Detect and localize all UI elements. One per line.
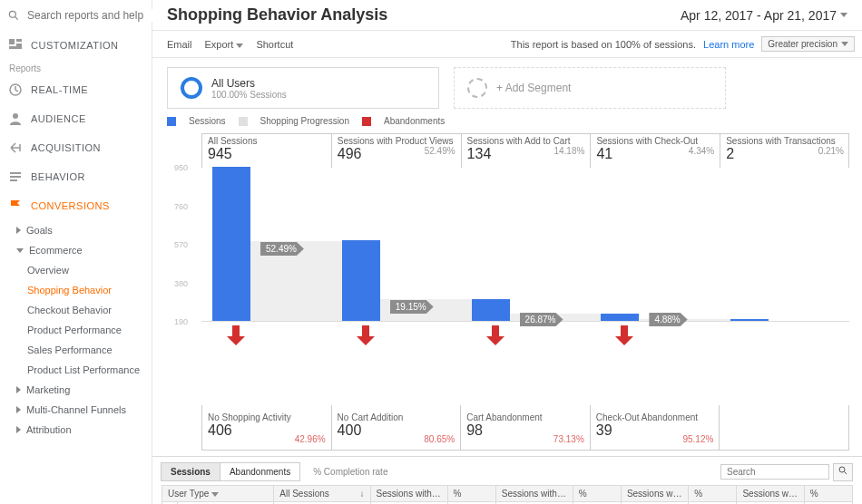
svg-rect-4 — [16, 44, 22, 46]
y-tick: 190 — [174, 317, 188, 326]
nav-product-performance[interactable]: Product Performance — [27, 320, 152, 340]
reports-label: Reports — [0, 60, 152, 75]
chevron-down-icon — [840, 13, 847, 17]
precision-button[interactable]: Greater precision — [761, 36, 855, 52]
date-range-text: Apr 12, 2017 - Apr 21, 2017 — [681, 8, 837, 23]
step-header: Sessions with Check-Out 41 4.34% — [590, 133, 720, 168]
th-product-views[interactable]: Sessions with Product Views — [370, 486, 447, 502]
th-checkout[interactable]: Sessions with Check-Out — [621, 486, 688, 502]
th-transactions[interactable]: Sessions with Transactions — [737, 486, 804, 502]
chevron-down-icon — [236, 44, 243, 48]
svg-rect-3 — [16, 39, 22, 42]
svg-rect-10 — [10, 179, 17, 181]
drop-pct: 80.65% — [424, 434, 455, 444]
drop-cell: Check-Out Abandonment 39 95.12% — [590, 405, 720, 451]
nav-acquisition[interactable]: ACQUISITION — [0, 133, 152, 162]
segment-title: All Users — [211, 77, 287, 90]
step-pct: 52.49% — [425, 146, 455, 156]
nav-behavior[interactable]: BEHAVIOR — [0, 162, 152, 191]
export-label: Export — [205, 39, 234, 50]
step-pct: 14.18% — [553, 146, 584, 156]
svg-point-7 — [13, 113, 18, 119]
add-segment[interactable]: + Add Segment — [454, 67, 726, 109]
nav-marketing[interactable]: Marketing — [0, 380, 152, 400]
nav-realtime[interactable]: REAL-TIME — [0, 75, 152, 104]
donut-icon — [181, 77, 202, 99]
svg-rect-14 — [621, 325, 628, 336]
drop-cell: No Cart Addition 400 80.65% — [331, 405, 461, 451]
legend-swatch-sessions — [167, 117, 176, 126]
arrow-down-icon — [357, 325, 375, 348]
step-label: Sessions with Add to Cart — [467, 136, 585, 146]
learn-more-link[interactable]: Learn more — [703, 39, 754, 50]
th-pct2[interactable]: % — [573, 486, 621, 502]
nav-label: REAL-TIME — [31, 84, 88, 95]
nav-conversions[interactable]: CONVERSIONS — [0, 191, 152, 220]
nav-checkout-behavior[interactable]: Checkout Behavior — [27, 300, 152, 320]
svg-point-15 — [839, 467, 845, 472]
sub-label: Attribution — [26, 424, 72, 435]
th-all-sessions[interactable]: All Sessions ↓ — [274, 486, 370, 502]
svg-rect-11 — [232, 325, 240, 336]
bar[interactable] — [342, 240, 380, 321]
th-pct1[interactable]: % — [447, 486, 495, 502]
svg-rect-2 — [9, 39, 15, 44]
funnel-step: Sessions with Transactions 2 0.21% — [720, 133, 849, 405]
tab-abandonments[interactable]: Abandonments — [220, 462, 300, 481]
nav-customization[interactable]: CUSTOMIZATION — [0, 31, 152, 60]
progression-pct: 26.87% — [520, 313, 563, 326]
step-label: All Sessions — [208, 136, 326, 146]
bar[interactable] — [472, 299, 510, 321]
drop-cell: Cart Abandonment 98 73.13% — [460, 405, 590, 451]
nav-attribution[interactable]: Attribution — [0, 420, 152, 440]
dashboard-icon — [9, 39, 22, 52]
search-input[interactable] — [27, 9, 163, 22]
funnel-step: Sessions with Check-Out 41 4.34% 4.88% — [590, 133, 720, 405]
th-pct3[interactable]: % — [689, 486, 737, 502]
report-note: This report is based on 100% of sessions… — [511, 39, 696, 50]
drop-label: No Shopping Activity — [208, 412, 326, 422]
export-link[interactable]: Export — [205, 39, 244, 50]
search-row[interactable] — [0, 0, 152, 31]
nav-ecommerce[interactable]: Ecommerce — [0, 240, 152, 260]
nav-multi-channel[interactable]: Multi-Channel Funnels — [0, 400, 152, 420]
nav-label: CUSTOMIZATION — [31, 40, 119, 51]
email-link[interactable]: Email — [167, 39, 192, 50]
segment-all-users[interactable]: All Users 100.00% Sessions — [167, 67, 439, 109]
y-tick: 950 — [174, 163, 188, 172]
drop-pct: 73.13% — [553, 434, 584, 444]
th-pct4[interactable]: % — [804, 486, 852, 502]
legend-progression: Shopping Progression — [260, 116, 349, 126]
bar[interactable] — [212, 167, 250, 321]
bar-zone: 26.87% — [461, 168, 591, 322]
nav-product-list-performance[interactable]: Product List Performance — [27, 360, 152, 380]
table-search-button[interactable] — [833, 463, 853, 481]
th-user-type[interactable]: User Type — [162, 486, 274, 502]
chevron-down-icon — [841, 42, 848, 46]
nav-shopping-behavior[interactable]: Shopping Behavior — [27, 280, 152, 300]
bar[interactable] — [730, 319, 769, 321]
nav-label: ACQUISITION — [31, 142, 101, 153]
step-pct: 0.21% — [818, 146, 844, 156]
nav-overview[interactable]: Overview — [27, 260, 152, 280]
bar[interactable] — [601, 314, 639, 321]
date-range-picker[interactable]: Apr 12, 2017 - Apr 21, 2017 — [681, 8, 847, 23]
table-search-input[interactable] — [720, 464, 829, 480]
step-header: Sessions with Transactions 2 0.21% — [720, 133, 849, 168]
shortcut-link[interactable]: Shortcut — [256, 39, 293, 50]
bar-zone: 4.88% — [590, 168, 720, 322]
bar-zone — [720, 168, 849, 322]
tab-sessions[interactable]: Sessions — [161, 462, 220, 481]
nav-audience[interactable]: AUDIENCE — [0, 104, 152, 133]
caret-icon — [16, 386, 21, 393]
nav-sales-performance[interactable]: Sales Performance — [27, 340, 152, 360]
th-add-cart[interactable]: Sessions with Add to Cart — [495, 486, 573, 502]
legend-swatch-progression — [239, 117, 248, 126]
funnel-step: All Sessions 945 52.49% — [201, 133, 331, 405]
svg-line-1 — [15, 17, 18, 20]
nav-goals[interactable]: Goals — [0, 220, 152, 240]
sub-label: Marketing — [26, 384, 70, 395]
precision-label: Greater precision — [768, 39, 838, 49]
legend-abandon: Abandonments — [384, 116, 445, 126]
search-icon — [7, 9, 20, 22]
